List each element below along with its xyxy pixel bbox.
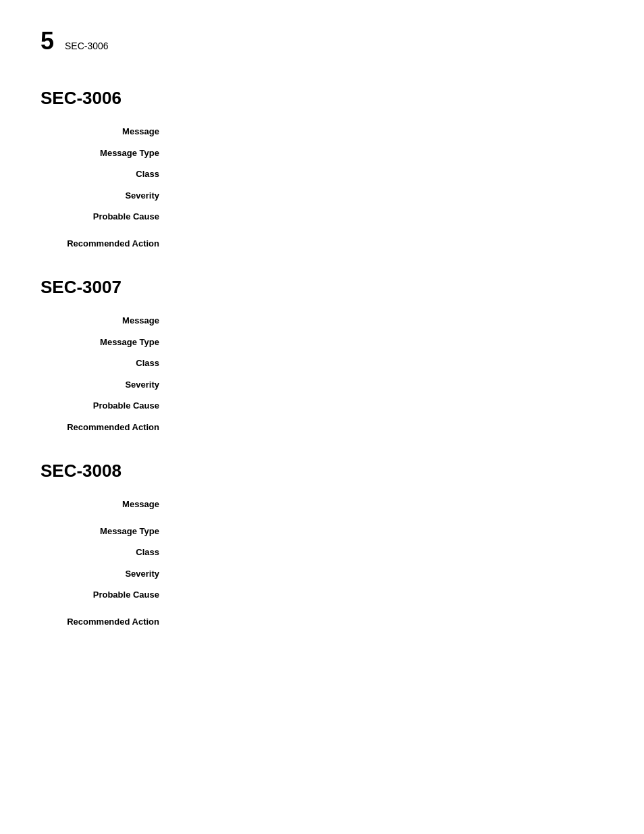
field-row-probablecause-3007: Probable Cause [41, 399, 603, 413]
field-label-probablecause-3006: Probable Cause [41, 210, 176, 224]
field-row-recommendedaction-3008: Recommended Action [41, 615, 603, 629]
field-label-probablecause-3008: Probable Cause [41, 588, 176, 602]
section-sec-3007: SEC-3007 Message Message Type Class Seve… [41, 277, 603, 434]
field-row-severity-3007: Severity [41, 378, 603, 392]
field-label-message-3008: Message [41, 498, 176, 511]
field-value-messagetype-3007 [176, 336, 603, 349]
field-value-message-3007 [176, 314, 603, 328]
field-row-messagetype-3006: Message Type [41, 147, 603, 160]
field-value-probablecause-3007 [176, 399, 603, 413]
field-row-message-3007: Message [41, 314, 603, 328]
field-label-severity-3008: Severity [41, 567, 176, 581]
field-label-message-3006: Message [41, 125, 176, 138]
field-row-messagetype-3007: Message Type [41, 336, 603, 349]
field-label-messagetype-3008: Message Type [41, 525, 176, 538]
field-label-recommendedaction-3008: Recommended Action [41, 615, 176, 629]
field-label-class-3008: Class [41, 546, 176, 559]
section-title-sec-3006: SEC-3006 [41, 88, 603, 109]
section-title-sec-3007: SEC-3007 [41, 277, 603, 298]
field-value-message-3008 [176, 498, 603, 511]
field-row-messagetype-3008: Message Type [41, 525, 603, 538]
field-value-messagetype-3008 [176, 525, 603, 538]
field-label-recommendedaction-3006: Recommended Action [41, 237, 176, 251]
field-row-recommendedaction-3007: Recommended Action [41, 421, 603, 434]
field-value-severity-3008 [176, 567, 603, 581]
field-value-recommendedaction-3006 [176, 237, 603, 251]
field-row-severity-3006: Severity [41, 189, 603, 203]
field-row-probablecause-3006: Probable Cause [41, 210, 603, 224]
page-subtitle: SEC-3006 [65, 41, 109, 51]
field-row-message-3008: Message [41, 498, 603, 511]
field-label-severity-3006: Severity [41, 189, 176, 203]
field-label-recommendedaction-3007: Recommended Action [41, 421, 176, 434]
page-number: 5 [41, 27, 54, 55]
field-value-probablecause-3008 [176, 588, 603, 602]
field-label-messagetype-3007: Message Type [41, 336, 176, 349]
field-label-severity-3007: Severity [41, 378, 176, 392]
field-value-class-3007 [176, 357, 603, 370]
section-sec-3008: SEC-3008 Message Message Type Class Seve… [41, 461, 603, 628]
section-title-sec-3008: SEC-3008 [41, 461, 603, 481]
field-label-message-3007: Message [41, 314, 176, 328]
field-value-severity-3006 [176, 189, 603, 203]
field-label-class-3007: Class [41, 357, 176, 370]
field-label-class-3006: Class [41, 167, 176, 181]
field-value-recommendedaction-3007 [176, 421, 603, 434]
field-row-probablecause-3008: Probable Cause [41, 588, 603, 602]
page-header: 5 SEC-3006 [41, 27, 603, 55]
field-value-recommendedaction-3008 [176, 615, 603, 629]
field-label-probablecause-3007: Probable Cause [41, 399, 176, 413]
field-value-class-3008 [176, 546, 603, 559]
field-row-class-3008: Class [41, 546, 603, 559]
field-label-messagetype-3006: Message Type [41, 147, 176, 160]
field-row-class-3006: Class [41, 167, 603, 181]
field-row-severity-3008: Severity [41, 567, 603, 581]
field-value-messagetype-3006 [176, 147, 603, 160]
field-row-message-3006: Message [41, 125, 603, 138]
section-sec-3006: SEC-3006 Message Message Type Class Seve… [41, 88, 603, 250]
field-row-recommendedaction-3006: Recommended Action [41, 237, 603, 251]
field-value-severity-3007 [176, 378, 603, 392]
field-value-probablecause-3006 [176, 210, 603, 224]
field-value-message-3006 [176, 125, 603, 138]
field-row-class-3007: Class [41, 357, 603, 370]
field-value-class-3006 [176, 167, 603, 181]
